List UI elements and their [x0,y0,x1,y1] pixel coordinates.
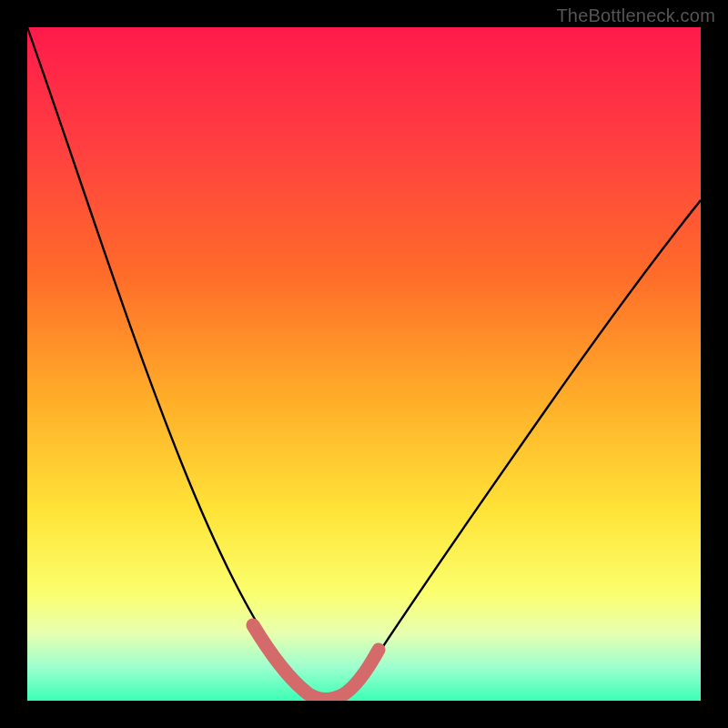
main-curve [27,27,701,699]
chart-plot-area [27,27,701,701]
chart-frame: TheBottleneck.com [0,0,728,728]
chart-curve-svg [27,27,701,701]
highlight-segment [253,625,379,699]
watermark-text: TheBottleneck.com [556,5,715,26]
